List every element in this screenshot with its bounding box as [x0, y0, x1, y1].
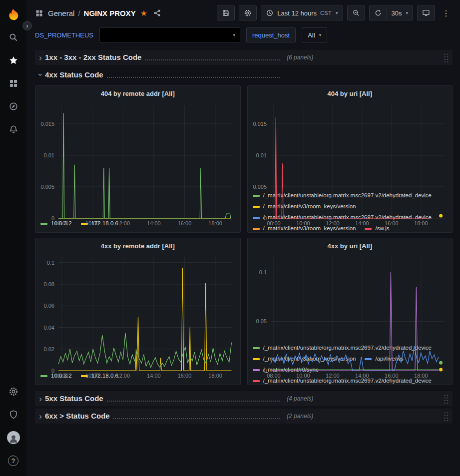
drag-handle-icon[interactable] — [443, 411, 449, 422]
row-title: 1xx - 3xx - 2xx Status Code — [45, 50, 141, 65]
panel-title[interactable]: 4xx by uri [All] — [248, 238, 453, 253]
favorite-star-icon[interactable]: ★ — [140, 8, 147, 18]
row-dots-leader — [145, 59, 280, 60]
panel-4xx-by-uri: 4xx by uri [All] 08:0010:0012:0014:0016:… — [247, 238, 453, 385]
dashboard-title[interactable]: NGINX PROXY — [84, 9, 136, 17]
chevron-down-icon: › — [36, 70, 45, 79]
clock-icon — [266, 9, 274, 17]
panel-title[interactable]: 404 by uri [All] — [248, 86, 453, 101]
panel-404-by-uri: 404 by uri [All] 08:0010:0012:0014:0016:… — [247, 85, 453, 233]
grafana-logo[interactable] — [2, 3, 24, 26]
save-dashboard-button[interactable] — [217, 5, 235, 20]
toolbar-right: Last 12 hours CST ▾ 30s ▾ ⋮ — [217, 5, 453, 20]
svg-text:08:00: 08:00 — [267, 220, 281, 226]
chevron-right-icon: › — [36, 395, 45, 403]
row-title: 4xx Status Code — [45, 67, 103, 82]
svg-text:08:00: 08:00 — [267, 373, 281, 379]
svg-text:0: 0 — [263, 215, 266, 221]
row-header-4xx[interactable]: › 4xx Status Code — [35, 67, 453, 82]
refresh-button[interactable] — [369, 5, 387, 20]
timezone-label: CST — [320, 10, 332, 16]
row-title: 5xx Status Code — [45, 391, 103, 406]
row-header-1xx-3xx-2xx[interactable]: › 1xx - 3xx - 2xx Status Code (6 panels) — [35, 50, 453, 65]
panel-chart: 08:0010:0012:0014:0016:0018:0000.050.1 — [248, 253, 453, 341]
admin-shield-icon[interactable] — [2, 403, 24, 426]
drag-handle-icon[interactable] — [443, 52, 449, 63]
settings-gear-icon[interactable] — [2, 380, 24, 403]
panel-4xx-by-remote-addr: 4xx by remote addr [All] 08:0010:0012:00… — [35, 238, 241, 385]
svg-text:14:00: 14:00 — [147, 220, 161, 226]
svg-text:0.01: 0.01 — [44, 152, 54, 158]
breadcrumb-folder[interactable]: General — [48, 9, 74, 17]
panel-title[interactable]: 4xx by remote addr [All] — [35, 238, 240, 253]
zoom-out-icon — [352, 9, 360, 17]
row-title-wrap: 5xx Status Code — [45, 391, 280, 406]
variable-value-text: All — [308, 31, 315, 39]
time-range-picker[interactable]: Last 12 hours CST ▾ — [261, 5, 343, 20]
user-avatar[interactable] — [2, 426, 24, 449]
help-icon[interactable]: ? — [2, 449, 24, 472]
svg-text:0.05: 0.05 — [256, 318, 266, 324]
svg-text:18:00: 18:00 — [208, 373, 222, 379]
alerting-bell-icon[interactable] — [2, 118, 24, 141]
svg-text:08:00: 08:00 — [54, 220, 68, 226]
tv-mode-button[interactable] — [417, 5, 435, 20]
dashboards-icon[interactable] — [2, 72, 24, 95]
svg-text:0.005: 0.005 — [253, 184, 267, 190]
variable-value-ds-prometheus[interactable]: ▾ — [99, 27, 240, 42]
dashboard-body: › 1xx - 3xx - 2xx Status Code (6 panels)… — [26, 50, 460, 424]
kebab-menu-icon[interactable]: ⋮ — [439, 8, 453, 18]
explore-compass-icon[interactable] — [2, 95, 24, 118]
svg-text:0.04: 0.04 — [44, 325, 54, 331]
variable-value-request-host[interactable]: All ▾ — [302, 27, 327, 42]
row-header-5xx[interactable]: › 5xx Status Code (4 panels) — [35, 391, 453, 406]
svg-text:18:00: 18:00 — [414, 220, 428, 226]
share-icon[interactable] — [153, 9, 161, 17]
variable-label-text: request_host — [252, 31, 290, 39]
svg-text:0: 0 — [51, 215, 54, 221]
svg-text:0.02: 0.02 — [44, 346, 54, 352]
row-header-6xx[interactable]: › 6xx > Status Code (2 panels) — [35, 409, 453, 424]
svg-text:18:00: 18:00 — [414, 373, 428, 379]
monitor-icon — [422, 9, 430, 17]
row-dots-leader — [107, 77, 280, 78]
svg-text:0: 0 — [51, 368, 54, 374]
svg-text:12:00: 12:00 — [326, 373, 340, 379]
row-panel-count: (2 panels) — [287, 413, 313, 420]
svg-text:10:00: 10:00 — [296, 220, 310, 226]
panel-title[interactable]: 404 by remote addr [All] — [35, 86, 240, 101]
svg-text:14:00: 14:00 — [147, 373, 161, 379]
variable-label-ds-prometheus[interactable]: DS_PROMETHEUS — [35, 31, 93, 39]
starred-dashboards-icon[interactable] — [2, 49, 24, 72]
legend-swatch — [253, 228, 260, 230]
grafana-flame-icon — [6, 8, 20, 21]
refresh-button-group: 30s ▾ — [369, 5, 414, 20]
avatar-image — [7, 431, 20, 444]
panel-chart: 08:0010:0012:0014:0016:0018:0000.020.040… — [35, 253, 240, 369]
caret-down-icon: ▾ — [233, 32, 236, 37]
variable-label-request-host[interactable]: request_host — [246, 27, 296, 42]
svg-text:14:00: 14:00 — [355, 373, 369, 379]
caret-down-icon: ▾ — [336, 10, 338, 15]
chevron-right-icon: › — [36, 412, 45, 421]
gear-icon — [244, 9, 252, 17]
sidebar: ? — [0, 0, 26, 476]
sidebar-expand-button[interactable]: › — [22, 21, 32, 30]
search-icon[interactable] — [2, 26, 24, 49]
panel-chart: 08:0010:0012:0014:0016:0018:0000.0050.01… — [248, 101, 453, 189]
time-range-label: Last 12 hours — [277, 9, 317, 17]
drag-handle-icon[interactable] — [443, 394, 449, 404]
row-panel-count: (4 panels) — [287, 395, 313, 402]
row-title-wrap: 1xx - 3xx - 2xx Status Code — [45, 50, 280, 65]
svg-text:0.1: 0.1 — [47, 260, 54, 266]
breadcrumb-separator: / — [78, 9, 80, 17]
row-title: 6xx > Status Code — [45, 409, 110, 424]
svg-text:12:00: 12:00 — [116, 220, 130, 226]
zoom-out-button[interactable] — [347, 5, 365, 20]
panel-404-by-remote-addr: 404 by remote addr [All] 08:0010:0012:00… — [35, 85, 241, 233]
legend-swatch — [253, 380, 260, 382]
refresh-interval-dropdown[interactable]: 30s ▾ — [387, 5, 414, 20]
dashboard-settings-button[interactable] — [239, 5, 257, 20]
sidebar-top-group — [2, 3, 24, 141]
svg-text:16:00: 16:00 — [385, 373, 399, 379]
